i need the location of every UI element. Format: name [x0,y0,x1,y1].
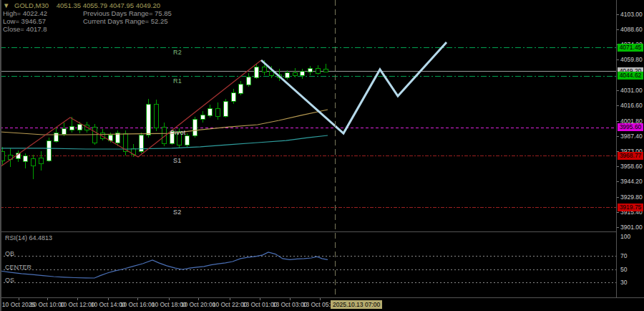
chart-canvas[interactable]: ▼ GOLD,M30 4051.35 4055.79 4047.95 4049.… [0,0,616,297]
price-tick-mark [617,105,619,106]
daily-stats: High= 4022.42Previous Days Range= 75.85L… [3,9,172,33]
level-label-s1: S1 [173,157,182,164]
candle-body [8,155,13,161]
collapse-arrow-icon[interactable]: ▼ [3,1,9,9]
candle-body [269,71,274,75]
candle-body [39,158,44,164]
current-time-badge: 2025.10.13 07:00 [331,300,382,309]
price-tick-label: 4016.60 [620,102,643,109]
price-tick-mark [617,166,619,167]
candle-body [123,133,128,152]
rsi-guide-center [0,269,616,270]
time-tick-label: 10 Oct 16:00 [120,301,155,308]
price-tick-mark [617,121,619,122]
level-line-r2 [0,47,616,48]
candle-body [262,67,267,72]
stat-row: Low= 3946.57Current Days Range= 52.25 [3,17,172,25]
candle-body [77,124,82,130]
bar-ohlc: 4051.35 4055.79 4047.95 4049.20 [57,1,160,9]
time-tick-mark [320,298,321,300]
price-badge: 3919.75 [618,204,643,211]
level-line-r1 [0,76,616,77]
price-tick-label: 3958.60 [620,163,643,170]
rsi-separator[interactable] [0,231,616,232]
candle-body [246,77,251,85]
candle-body [47,140,52,161]
level-line-s2 [0,207,616,208]
price-tick-mark [617,227,619,228]
candle-body [139,135,144,152]
candle-body [115,133,120,143]
price-badge: 4044.62 [618,72,643,80]
candle-body [23,156,28,162]
time-tick-mark [137,298,138,300]
rsi-scale-label: 70 [620,252,627,259]
mt4-chart-window: ▼ GOLD,M30 4051.35 4055.79 4047.95 4049.… [0,0,644,311]
stat-cell: Current Days Range= 52.25 [83,17,168,25]
candle-body [277,75,282,78]
rsi-guide-label-center: CENTER [5,264,31,271]
rsi-guide-label-os: OS [5,277,14,284]
price-tick-mark [617,181,619,182]
time-tick-mark [47,298,48,300]
time-tick-mark [77,298,78,300]
candle-body [223,101,228,118]
candle-body [154,104,159,128]
candle-body [200,115,205,120]
candle-body [208,108,213,116]
candle-body [254,67,259,77]
candle-body [323,69,328,72]
level-line-s1 [0,156,616,156]
candle-body [69,126,74,130]
candle-body [238,84,243,94]
candle-body [62,128,67,135]
forecast-projection-line [261,42,447,133]
candle-body [192,119,197,136]
time-tick-mark [198,298,199,300]
candle-body [285,72,290,78]
stat-cell: Close= 4017.8 [3,25,83,33]
current-time-line[interactable] [335,0,336,297]
time-tick-mark [290,298,291,300]
price-tick-mark [617,197,619,198]
rsi-scale-label: 30 [620,279,627,286]
candle-body [162,127,167,144]
candle-body [215,108,220,117]
candle-body [300,71,305,75]
candle-body [92,127,97,143]
stat-cell: Low= 3946.57 [3,17,83,25]
chart-header: ▼ GOLD,M30 4051.35 4055.79 4047.95 4049.… [3,1,172,33]
price-tick-label: 3929.80 [620,193,643,201]
rsi-scale-label: 100 [620,233,630,240]
candle-body [146,104,151,136]
time-axis[interactable]: 10 Oct 202510 Oct 10:0010 Oct 12:0010 Oc… [0,297,644,311]
candle-body [16,153,21,159]
price-axis[interactable]: 4103.004088.604074.204059.804031.004016.… [616,0,644,297]
rsi-indicator-label: RSI(14) 64.4813 [5,234,52,241]
time-tick-mark [108,298,109,300]
level-label-r1: R1 [173,77,182,85]
candle-body [108,135,113,141]
price-tick-mark [617,29,619,30]
time-tick-mark [230,298,230,300]
candle-body [131,148,136,155]
price-tick-label: 3944.20 [620,178,643,185]
price-tick-mark [617,59,619,60]
price-badge: 3995.60 [618,123,643,131]
price-tick-mark [617,212,619,213]
price-tick-label: 4088.60 [620,26,643,33]
price-badge: 4071.45 [618,44,643,52]
price-tick-label: 4103.00 [620,11,643,18]
candle-body [308,68,313,72]
time-tick-label: 10 Oct 12:00 [60,301,95,308]
price-tick-label: 4031.00 [620,87,643,94]
window-left-edge [0,0,1,311]
indicator-lines [0,0,616,297]
price-tick-label: 3987.40 [620,133,643,140]
candle-body [316,68,321,74]
candle-body [31,158,36,166]
price-tick-mark [617,90,619,91]
price-badge: 3968.77 [618,152,643,160]
candle-body [84,125,89,130]
rsi-guide-os [0,282,616,283]
